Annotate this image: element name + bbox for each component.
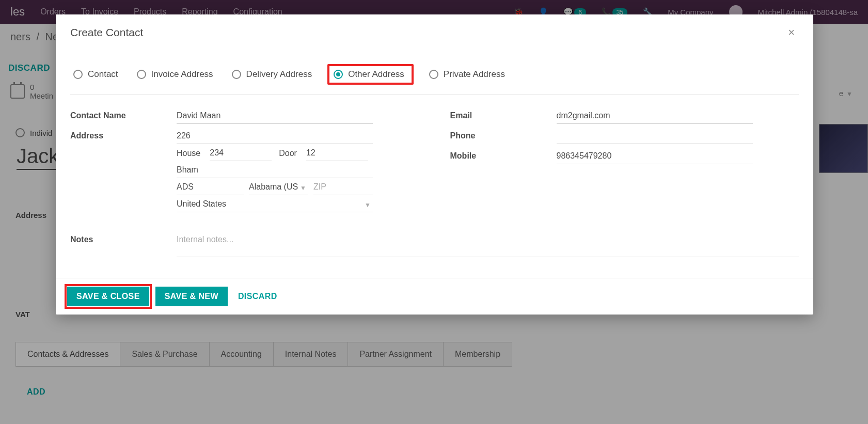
modal-body: Contact Invoice Address Delivery Address… (56, 51, 813, 278)
form-col-left: Contact Name Address House Door (70, 108, 419, 216)
create-contact-modal: Create Contact × Contact Invoice Address… (56, 14, 813, 315)
radio-other-address[interactable]: Other Address (327, 64, 414, 85)
label-mobile: Mobile (450, 148, 557, 161)
input-state[interactable] (249, 179, 308, 195)
radio-contact[interactable]: Contact (70, 67, 121, 82)
label-contact-name: Contact Name (70, 108, 177, 120)
radio-icon (73, 70, 83, 79)
input-street[interactable] (177, 128, 373, 144)
radio-icon (137, 70, 146, 79)
input-phone[interactable] (557, 128, 753, 144)
label-phone: Phone (450, 128, 557, 140)
address-type-radios: Contact Invoice Address Delivery Address… (70, 55, 799, 95)
radio-label: Delivery Address (246, 69, 312, 80)
radio-invoice-address[interactable]: Invoice Address (134, 67, 216, 82)
form-col-right: Email Phone Mobile (450, 108, 799, 216)
label-email: Email (450, 108, 557, 120)
close-button[interactable]: × (784, 24, 799, 41)
input-door[interactable] (306, 145, 368, 161)
radio-label: Other Address (348, 69, 404, 80)
radio-label: Private Address (444, 69, 505, 80)
input-street2[interactable] (177, 162, 373, 178)
modal-header: Create Contact × (56, 14, 813, 51)
notes-row: Notes (70, 232, 799, 257)
discard-button[interactable]: DISCARD (234, 287, 287, 306)
label-address: Address (70, 128, 177, 140)
radio-label: Invoice Address (151, 69, 213, 80)
radio-icon (334, 70, 343, 79)
radio-private-address[interactable]: Private Address (426, 67, 508, 82)
radio-delivery-address[interactable]: Delivery Address (229, 67, 315, 82)
input-city[interactable] (177, 179, 244, 195)
modal-title: Create Contact (70, 26, 143, 39)
input-email[interactable] (557, 108, 753, 124)
form-grid: Contact Name Address House Door (70, 108, 799, 216)
radio-icon (232, 70, 241, 79)
input-zip[interactable] (313, 179, 373, 195)
label-notes: Notes (70, 232, 177, 257)
radio-label: Contact (88, 69, 118, 80)
input-country[interactable] (177, 196, 373, 212)
input-contact-name[interactable] (177, 108, 373, 124)
input-mobile[interactable] (557, 148, 753, 164)
input-notes[interactable] (177, 232, 799, 257)
label-house: House (177, 149, 200, 158)
label-door: Door (279, 149, 297, 158)
save-new-button[interactable]: SAVE & NEW (155, 287, 228, 306)
radio-icon (429, 70, 438, 79)
input-house[interactable] (210, 145, 272, 161)
modal-footer: SAVE & CLOSE SAVE & NEW DISCARD (56, 278, 813, 315)
save-close-button[interactable]: SAVE & CLOSE (67, 287, 149, 306)
